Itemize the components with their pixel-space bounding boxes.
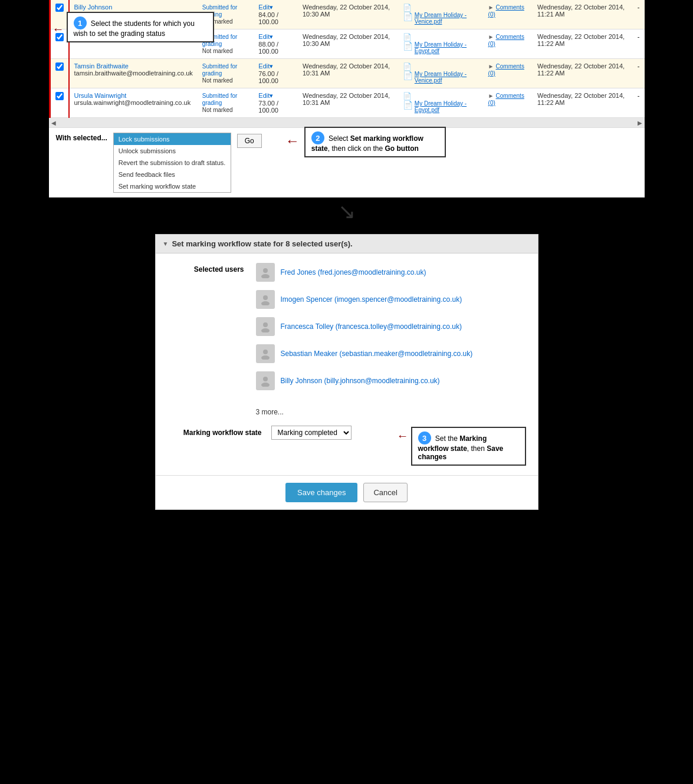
action-dropdown[interactable]: Lock submissionsUnlock submissionsRevert…: [113, 133, 231, 193]
action-option-unlock[interactable]: Unlock submissions: [114, 145, 231, 157]
row-checkbox-cell[interactable]: [50, 88, 69, 118]
with-selected-bar: With selected... Lock submissionsUnlock …: [49, 127, 645, 197]
grade-value: 88.00 / 100.00: [258, 41, 278, 55]
student-name-link[interactable]: Billy Johnson: [74, 4, 193, 11]
svg-point-8: [263, 377, 268, 381]
user-name[interactable]: Francesca Tolley (francesca.tolley@moodl…: [281, 322, 462, 331]
file-cell: 📄 📄 My Dream Holiday - Venice.pdf: [398, 59, 484, 88]
scroll-right-arrow[interactable]: ▶: [638, 120, 642, 126]
row-checkbox[interactable]: [55, 62, 64, 71]
file-icon: 📄: [403, 62, 412, 71]
file-icon: 📄: [403, 4, 412, 12]
pdf-icon: 📄: [403, 12, 413, 21]
svg-point-9: [261, 383, 270, 387]
save-changes-button[interactable]: Save changes: [285, 483, 357, 502]
step1-circle: 1: [74, 17, 87, 29]
edit-button[interactable]: Edit▾: [258, 33, 273, 40]
modal-body: Selected users Fred Jones (fred.jones@mo…: [156, 253, 538, 475]
collapse-icon[interactable]: ▼: [163, 241, 169, 247]
comment-arrow: ►: [488, 93, 494, 99]
status-submitted: Submitted for grading: [202, 63, 237, 77]
more-label: 3 more...: [256, 408, 284, 416]
comments-link[interactable]: Comments (0): [488, 4, 524, 18]
svg-point-0: [263, 268, 268, 273]
modal-title: Set marking workflow state for 8 selecte…: [172, 239, 352, 248]
go-button[interactable]: Go: [237, 134, 262, 148]
comments-cell: ► Comments (0): [484, 0, 533, 29]
marking-state-row: Marking workflow state Marking completed…: [167, 426, 391, 440]
pdf-icon: 📄: [403, 100, 413, 110]
user-avatar: [256, 371, 275, 390]
users-list: Fred Jones (fred.jones@moodletraining.co…: [256, 263, 526, 398]
user-name[interactable]: Billy Johnson (billy.johnson@moodletrain…: [281, 377, 440, 385]
top-section: Billy Johnson billy.johnson@moodletraini…: [49, 0, 645, 197]
file-cell: 📄 📄 My Dream Holiday - Egypt.pdf: [398, 29, 484, 59]
submitted-date-cell: Wednesday, 22 October 2014, 10:30 AM: [298, 0, 398, 29]
modal-footer: Save changes Cancel: [156, 475, 538, 509]
student-name-link[interactable]: Ursula Wainwright: [74, 92, 193, 99]
user-name[interactable]: Imogen Spencer (imogen.spencer@moodletra…: [281, 295, 462, 304]
comments-cell: ► Comments (0): [484, 88, 533, 118]
user-item: Billy Johnson (billy.johnson@moodletrain…: [256, 371, 526, 390]
edit-button[interactable]: Edit▾: [258, 4, 273, 11]
table-row: Ursula Wainwright ursula.wainwright@mood…: [50, 88, 645, 118]
submitted-date-cell: Wednesday, 22 October 2014, 10:30 AM: [298, 29, 398, 59]
annotation2-box: 2 Select Set marking workflow state, the…: [304, 127, 446, 157]
edit-button[interactable]: Edit▾: [258, 92, 273, 99]
marking-workflow-label: Marking workflow state: [167, 429, 262, 437]
cancel-button[interactable]: Cancel: [363, 483, 407, 502]
comments-cell: ► Comments (0): [484, 59, 533, 88]
table-row: Tamsin Braithwaite tamsin.braithwaite@mo…: [50, 59, 645, 88]
bottom-section: ▼ Set marking workflow state for 8 selec…: [0, 222, 693, 528]
action-option-revert[interactable]: Revert the submission to draft status.: [114, 157, 231, 169]
grade-value: 73.00 / 100.00: [258, 100, 278, 114]
row-checkbox-cell[interactable]: [50, 59, 69, 88]
scroll-left-arrow[interactable]: ◀: [51, 120, 56, 126]
comments-link[interactable]: Comments (0): [488, 93, 524, 106]
pdf-link[interactable]: My Dream Holiday - Venice.pdf: [415, 71, 479, 84]
user-item: Francesca Tolley (francesca.tolley@moodl…: [256, 317, 526, 336]
student-name-cell: Tamsin Braithwaite tamsin.braithwaite@mo…: [69, 59, 198, 88]
svg-point-3: [261, 301, 270, 305]
scroll-bar[interactable]: ◀ ▶: [49, 118, 645, 127]
submitted-date-cell: Wednesday, 22 October 2014, 10:31 AM: [298, 59, 398, 88]
edit-button[interactable]: Edit▾: [258, 62, 273, 70]
dash-cell: -: [633, 59, 645, 88]
grade-edit-cell: Edit▾ 76.00 / 100.00: [254, 59, 298, 88]
user-name[interactable]: Sebastian Meaker (sebastian.meaker@moodl…: [281, 350, 473, 358]
grade-edit-cell: Edit▾ 88.00 / 100.00: [254, 29, 298, 59]
comments-link[interactable]: Comments (0): [488, 34, 524, 47]
marking-workflow-select[interactable]: Marking completed In review Ready for re…: [271, 426, 352, 440]
pdf-link[interactable]: My Dream Holiday - Egypt.pdf: [415, 100, 479, 113]
status-not-marked: Not marked: [202, 77, 233, 84]
annotation1-text: Select the students for which you wish t…: [74, 19, 195, 38]
user-avatar: [256, 290, 275, 309]
status-not-marked: Not marked: [202, 107, 233, 113]
modal-container: ▼ Set marking workflow state for 8 selec…: [155, 234, 538, 510]
pdf-link[interactable]: My Dream Holiday - Egypt.pdf: [415, 41, 479, 54]
svg-point-6: [263, 350, 268, 354]
pdf-link[interactable]: My Dream Holiday - Venice.pdf: [415, 12, 479, 25]
student-name-link[interactable]: Tamsin Braithwaite: [74, 62, 193, 70]
user-avatar: [256, 317, 275, 336]
svg-point-5: [261, 328, 270, 332]
row-checkbox[interactable]: [55, 92, 64, 100]
user-name[interactable]: Fred Jones (fred.jones@moodletraining.co…: [281, 268, 426, 276]
row-checkbox[interactable]: [55, 4, 64, 12]
grade-edit-cell: Edit▾ 73.00 / 100.00: [254, 88, 298, 118]
student-name-cell: Ursula Wainwright ursula.wainwright@mood…: [69, 88, 198, 118]
selected-users-section: Selected users Fred Jones (fred.jones@mo…: [167, 263, 526, 398]
action-option-lock[interactable]: Lock submissions: [114, 133, 231, 145]
svg-point-2: [263, 295, 268, 300]
pdf-icon: 📄: [403, 71, 413, 80]
user-avatar: [256, 344, 275, 363]
status-not-marked: Not marked: [202, 48, 233, 54]
status-cell: Submitted for grading Not marked: [198, 88, 254, 118]
user-avatar: [256, 263, 275, 282]
comments-link[interactable]: Comments (0): [488, 63, 524, 77]
file-icon: 📄: [403, 92, 412, 100]
action-option-feedback[interactable]: Send feedback files: [114, 169, 231, 180]
dash-cell: -: [633, 0, 645, 29]
grade-edit-cell: Edit▾ 84.00 / 100.00: [254, 0, 298, 29]
action-option-workflow[interactable]: Set marking workflow state: [114, 180, 231, 192]
